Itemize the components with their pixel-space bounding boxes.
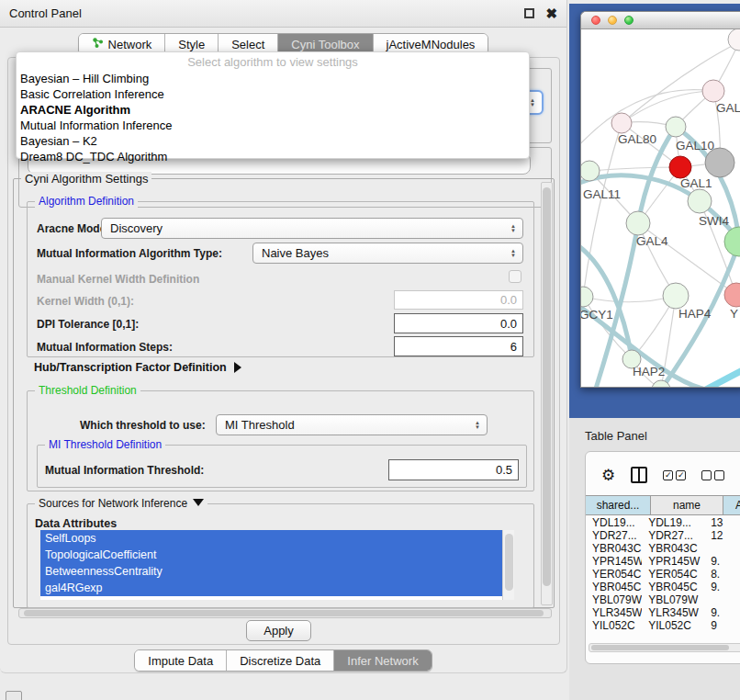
table-cell [704, 593, 740, 606]
select-all-checks-icon[interactable]: ✓✓ [663, 470, 686, 480]
hub-tf-definition-toggle[interactable]: Hub/Transcription Factor Definition [34, 361, 241, 374]
kernel-width-field[interactable]: 0.0 [394, 290, 523, 310]
table-cell: YBR043C [586, 542, 642, 555]
network-node[interactable] [669, 156, 691, 178]
dropdown-item-bayesian-hill-climbing[interactable]: Bayesian – Hill Climbing [17, 71, 529, 86]
network-node[interactable] [581, 161, 600, 181]
mi-type-label: Mutual Information Algorithm Type: [37, 247, 222, 260]
network-canvas[interactable]: GALGAL80GAL10GAL1SWI4GAL11GAL4GCY1HAP4YH… [581, 29, 740, 387]
network-edge[interactable] [704, 369, 740, 387]
threshold-definition-title: Threshold Definition [35, 384, 140, 397]
settings-vertical-scrollbar[interactable] [541, 182, 553, 605]
table-cell: YPR145W [642, 555, 704, 568]
aracne-mode-value: Discovery [110, 221, 163, 235]
mac-close-button[interactable] [591, 16, 600, 25]
table-cell: YER054C [586, 568, 642, 581]
table-cell: 13 [704, 516, 740, 529]
table-cell: YBL079W [586, 593, 642, 606]
attribute-item-betweennesscentrality[interactable]: BetweennessCentrality [40, 563, 502, 580]
table-cell: 12 [704, 529, 740, 542]
kernel-width-label: Kernel Width (0,1): [37, 295, 134, 308]
node-label-gcy1: GCY1 [581, 308, 613, 322]
table-row[interactable]: YBL079WYBL079W [586, 593, 740, 606]
deselect-all-checks-icon[interactable] [701, 470, 724, 480]
aracne-mode-combo[interactable]: Discovery ▲▼ [101, 218, 523, 239]
sources-group-title[interactable]: Sources for Network Inference [35, 497, 207, 510]
table-cell: YDR27... [586, 529, 642, 542]
table-cell: YBL079W [642, 593, 704, 606]
column-header-a[interactable]: A [723, 496, 740, 514]
attribute-item-topologicalcoefficient[interactable]: TopologicalCoefficient [40, 547, 502, 563]
table-cell: 8. [704, 568, 740, 581]
settings-horizontal-scrollbar[interactable] [18, 608, 552, 618]
network-node[interactable] [581, 287, 593, 307]
node-label-gal1: GAL1 [680, 176, 712, 190]
dropdown-item-basic-correlation-inference[interactable]: Basic Correlation Inference [17, 86, 529, 102]
network-node[interactable] [688, 189, 712, 213]
gear-icon[interactable]: ⚙ [601, 468, 615, 483]
tab-impute-data[interactable]: Impute Data [135, 650, 227, 671]
table-row[interactable]: YLR345WYLR345W9. [586, 606, 740, 619]
tab-infer-network[interactable]: Infer Network [334, 650, 431, 671]
table-cell: YLR345W [586, 606, 642, 619]
algorithm-dropdown-popup: Select algorithm to view settings Bayesi… [16, 51, 530, 159]
table-row[interactable]: YDR27...YDR27...12 [586, 529, 740, 542]
mi-steps-field[interactable]: 6 [394, 336, 523, 356]
attribute-item-gal4rgexp[interactable]: gal4RGexp [40, 580, 502, 596]
attribute-item-selfloops[interactable]: SelfLoops [40, 530, 502, 547]
column-header-shared-[interactable]: shared... [586, 496, 651, 514]
split-columns-icon[interactable] [631, 467, 647, 483]
network-node[interactable] [724, 227, 740, 256]
table-row[interactable]: YER054CYER054C8. [586, 568, 740, 581]
table-row[interactable]: YIL052CYIL052C9 [586, 619, 740, 632]
minimized-panel-icon[interactable] [6, 691, 22, 700]
aracne-mode-label: Aracne Mode: [37, 222, 109, 235]
table-rows: YDL19...YDL19...13YDR27...YDR27...12YBR0… [586, 516, 740, 632]
data-attributes-list: SelfLoopsTopologicalCoefficientBetweenne… [40, 530, 514, 600]
list-scrollbar[interactable] [502, 530, 514, 600]
table-panel-title: Table Panel [585, 429, 647, 443]
manual-kernel-checkbox[interactable] [509, 270, 521, 283]
threshold-definition-group: Threshold Definition Which threshold to … [27, 390, 534, 491]
combo-spinner-icon: ▲▼ [510, 224, 516, 233]
dropdown-item-bayesian-k2[interactable]: Bayesian – K2 [17, 133, 529, 149]
mac-minimize-button[interactable] [608, 16, 617, 25]
network-window-titlebar[interactable] [581, 12, 740, 29]
table-cell: 9 [704, 619, 740, 632]
mi-type-combo[interactable]: Naive Bayes ▲▼ [252, 243, 523, 264]
sources-group: Sources for Network Inference Data Attri… [27, 503, 534, 608]
cyni-algorithm-settings-group: Cyni Algorithm Settings Algorithm Defini… [13, 178, 555, 608]
dropdown-item-aracne-algorithm[interactable]: ARACNE Algorithm [17, 102, 529, 118]
network-node[interactable] [702, 80, 724, 102]
table-cell: YBR045C [586, 581, 642, 593]
tab-discretize-data[interactable]: Discretize Data [227, 650, 334, 671]
network-edge[interactable] [622, 91, 713, 123]
mi-threshold-field[interactable]: 0.5 [388, 459, 519, 480]
mac-zoom-button[interactable] [624, 16, 633, 25]
network-node[interactable] [626, 211, 650, 235]
dropdown-item-dream8-dc-tdc-algorithm[interactable]: Dream8 DC_TDC Algorithm [17, 149, 529, 164]
network-edge[interactable] [583, 296, 676, 302]
table-row[interactable]: YDL19...YDL19...13 [586, 516, 740, 529]
mi-threshold-group-title: MI Threshold Definition [45, 438, 165, 451]
close-icon[interactable]: ✖ [545, 8, 557, 18]
network-node[interactable] [666, 117, 686, 137]
dpi-tolerance-field[interactable]: 0.0 [394, 313, 523, 333]
table-horizontal-scrollbar[interactable] [589, 643, 740, 652]
dropdown-item-mutual-information-inference[interactable]: Mutual Information Inference [17, 118, 529, 133]
network-edge[interactable] [589, 167, 680, 171]
column-header-name[interactable]: name [651, 496, 723, 514]
table-row[interactable]: YPR145WYPR145W9. [586, 555, 740, 568]
which-threshold-label: Which threshold to use: [80, 419, 206, 432]
network-node[interactable] [611, 113, 632, 133]
cyni-bottom-tabbar: Impute DataDiscretize DataInfer Network [0, 649, 566, 672]
float-window-icon[interactable] [524, 8, 534, 18]
apply-button[interactable]: Apply [246, 620, 311, 641]
table-row[interactable]: YBR043CYBR043C [586, 542, 740, 555]
mi-threshold-group: MI Threshold Definition Mutual Informati… [37, 445, 527, 488]
which-threshold-combo[interactable]: MI Threshold ▲▼ [216, 414, 488, 435]
network-node[interactable] [663, 283, 689, 309]
table-row[interactable]: YBR045CYBR045C9. [586, 581, 740, 593]
table-cell: YBR043C [642, 542, 704, 555]
network-node[interactable] [724, 283, 740, 307]
